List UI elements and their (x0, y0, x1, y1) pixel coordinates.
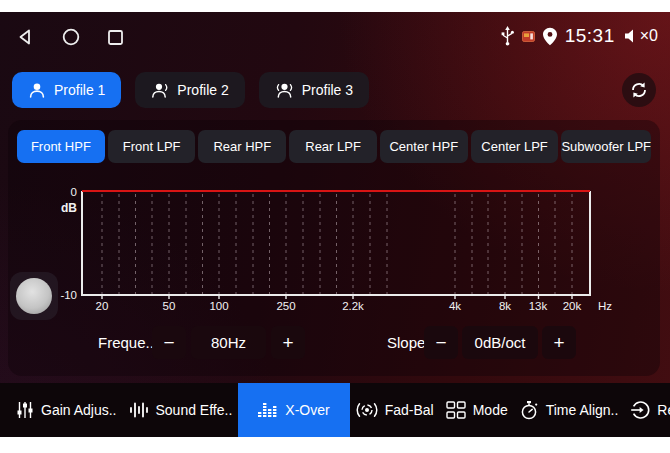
sd-card-icon (522, 31, 535, 42)
recents-icon[interactable] (107, 29, 124, 46)
gain-sliders-icon (16, 401, 34, 419)
nav-return[interactable]: Return (624, 383, 670, 437)
profile-label: Profile 2 (177, 82, 228, 98)
nav-label: Mode (473, 402, 508, 418)
status-bar: 15:31 ×0 (0, 12, 670, 58)
tab-label: Subwoofer LPF (561, 139, 651, 154)
tab-label: Rear LPF (305, 139, 361, 154)
x-tick: 2.2k (342, 300, 364, 312)
x-tick: 250 (276, 300, 295, 312)
usb-icon (501, 26, 514, 46)
x-tick: 100 (209, 300, 228, 312)
nav-label: Fad-Bal (385, 402, 434, 418)
nav-label: Time Align.. (546, 402, 619, 418)
home-icon[interactable] (62, 28, 80, 46)
nav-label: X-Over (285, 402, 329, 418)
equalizer-bars-icon (258, 402, 278, 418)
person-icon (28, 81, 46, 99)
profile-3-button[interactable]: Profile 3 (259, 72, 369, 108)
slope-label: Slope (387, 326, 425, 359)
tab-label: Rear HPF (213, 139, 271, 154)
tab-label: Front HPF (31, 139, 91, 154)
clock: 15:31 (565, 25, 615, 47)
head-unit-screen: 15:31 ×0 Profile 1 (0, 0, 670, 453)
refresh-icon (629, 80, 649, 100)
bottom-nav-bar: Gain Adjus.. Sound Effe.. X-Over (0, 383, 670, 437)
volume-indicator: ×0 (623, 27, 658, 45)
tab-front-hpf[interactable]: Front HPF (17, 130, 105, 163)
status-icons: 15:31 ×0 (501, 20, 658, 52)
profile-label: Profile 3 (302, 82, 353, 98)
nav-label: Return (657, 402, 670, 418)
fader-balance-icon (356, 401, 378, 419)
tab-subwoofer-lpf[interactable]: Subwoofer LPF (561, 130, 651, 163)
frequency-plus-button[interactable]: + (271, 326, 305, 359)
speaker-muted-icon (623, 28, 639, 44)
mode-grid-icon (446, 401, 466, 419)
x-tick: 20k (563, 300, 582, 312)
screen-bezel-top (0, 0, 670, 12)
filter-tab-bar: Front HPF Front LPF Rear HPF Rear LPF Ce… (17, 130, 651, 163)
nav-label: Sound Effe.. (156, 402, 233, 418)
tab-label: Center HPF (389, 139, 458, 154)
tab-label: Center LPF (481, 139, 547, 154)
location-icon (543, 27, 557, 46)
display-area: 15:31 ×0 Profile 1 (0, 12, 670, 437)
nav-sound-effect[interactable]: Sound Effe.. (123, 383, 239, 437)
frequency-response-graph: 0 dB -10 20 50 100 250 2.2k 4k 8k 13k 20… (60, 180, 670, 315)
nav-fad-bal[interactable]: Fad-Bal (350, 383, 440, 437)
nav-mode[interactable]: Mode (440, 383, 514, 437)
nav-x-over[interactable]: X-Over (238, 383, 349, 437)
tab-rear-lpf[interactable]: Rear LPF (289, 130, 377, 163)
profile-tabs: Profile 1 Profile 2 Profile 3 (12, 72, 369, 108)
slope-plus-button[interactable]: + (542, 326, 576, 359)
frequency-value: 80Hz (191, 326, 266, 359)
tab-label: Front LPF (123, 139, 181, 154)
volume-level: ×0 (640, 27, 658, 45)
nav-gain-adjust[interactable]: Gain Adjus.. (10, 383, 123, 437)
stopwatch-icon (520, 400, 539, 420)
profile-label: Profile 1 (54, 82, 105, 98)
profile-2-button[interactable]: Profile 2 (135, 72, 244, 108)
slope-value: 0dB/oct (462, 326, 538, 359)
x-tick: 13k (529, 300, 548, 312)
grid-lines (102, 194, 572, 295)
tab-center-hpf[interactable]: Center HPF (380, 130, 468, 163)
sound-effect-icon (129, 402, 149, 418)
person-2-icon (151, 81, 169, 99)
profile-1-button[interactable]: Profile 1 (12, 72, 121, 108)
floating-assist-knob[interactable] (10, 272, 58, 320)
x-tick: 4k (449, 300, 461, 312)
slope-minus-button[interactable]: − (424, 326, 458, 359)
nav-label: Gain Adjus.. (41, 402, 117, 418)
tab-front-lpf[interactable]: Front LPF (108, 130, 196, 163)
x-tick: 50 (163, 300, 176, 312)
frequency-label: Freque.. (98, 326, 154, 359)
android-nav-buttons (17, 28, 124, 46)
tab-rear-hpf[interactable]: Rear HPF (198, 130, 286, 163)
x-axis-unit: Hz (598, 300, 612, 312)
y-tick-minus10: -10 (60, 289, 77, 301)
frequency-minus-button[interactable]: − (152, 326, 186, 359)
back-icon[interactable] (17, 28, 35, 46)
tab-center-lpf[interactable]: Center LPF (471, 130, 559, 163)
screen-bezel-bottom (0, 437, 670, 453)
y-axis-unit: dB (61, 201, 77, 215)
x-tick: 8k (499, 300, 511, 312)
nav-time-align[interactable]: Time Align.. (514, 383, 625, 437)
person-3-icon (275, 81, 294, 99)
x-tick: 20 (96, 300, 109, 312)
knob-ball (16, 278, 52, 314)
y-tick-0: 0 (71, 186, 77, 198)
return-arrow-icon (630, 400, 650, 420)
reset-button[interactable] (622, 73, 656, 107)
